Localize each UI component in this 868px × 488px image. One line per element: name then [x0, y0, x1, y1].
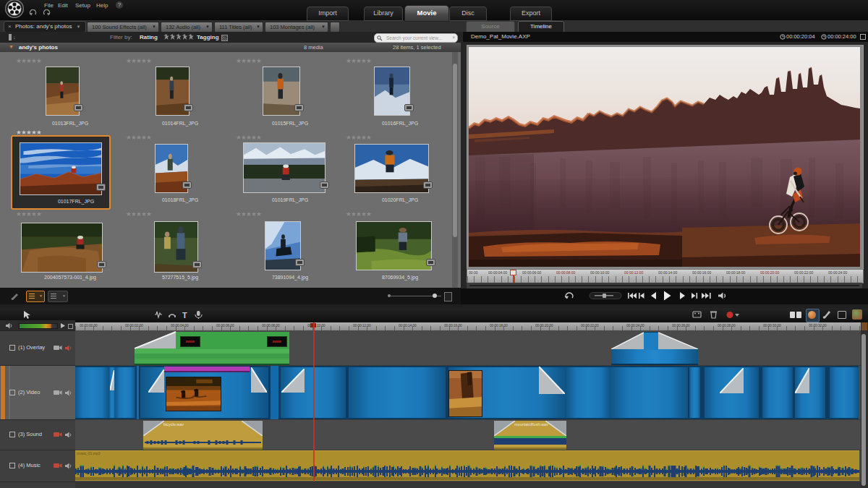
svg-text:T: T [182, 311, 187, 320]
